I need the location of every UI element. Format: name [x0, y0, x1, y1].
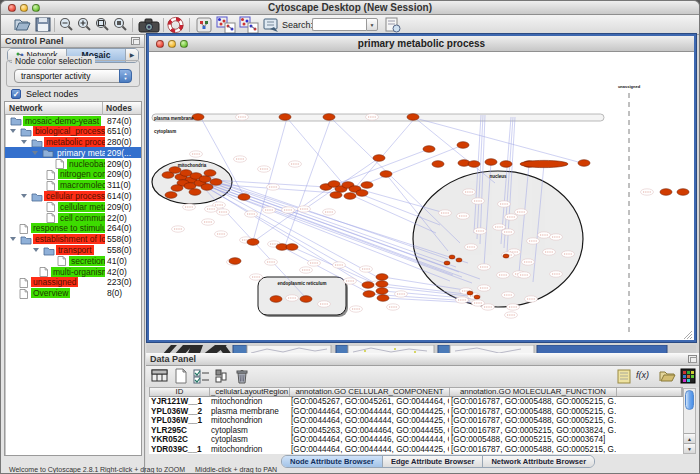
attribute-table-header[interactable]: ID_cellularLayoutRegionannotation.GO CEL… [149, 387, 683, 397]
network-node[interactable] [500, 161, 512, 168]
column-header[interactable]: annotation.GO MOLECULAR_FUNCTION [450, 388, 617, 396]
select-attributes-icon[interactable] [193, 368, 211, 385]
table-cell[interactable]: [GO:0016787, GO:0005488, GO:0005215, G..… [449, 445, 616, 455]
tree-row-label[interactable]: cell communicat [58, 213, 105, 223]
network-edge[interactable] [415, 118, 582, 163]
tree-row-label[interactable]: macromolecule [58, 180, 105, 190]
zoom-in-icon[interactable] [76, 16, 92, 34]
network-node[interactable] [377, 295, 389, 302]
network-node[interactable] [201, 184, 213, 191]
manage-network-icon[interactable] [195, 16, 213, 34]
select-nodes-checkbox[interactable]: ✓ [11, 89, 21, 99]
network-node[interactable] [300, 296, 312, 303]
network-node[interactable] [380, 171, 392, 178]
tree-row[interactable]: biological_process651(0) [5, 126, 141, 137]
save-session-icon[interactable] [34, 16, 52, 34]
node-color-dropdown[interactable]: transporter activity ▲▼ [14, 69, 132, 83]
annotate-icon[interactable] [384, 16, 401, 34]
network-edge[interactable] [253, 118, 287, 241]
network-node[interactable] [323, 114, 335, 121]
tree-row[interactable]: secretion41(0) [5, 255, 141, 266]
network-edge[interactable] [331, 118, 460, 243]
data-panel-float-icon[interactable] [688, 355, 697, 363]
resize-grip[interactable] [690, 337, 692, 339]
table-scrollbar[interactable]: ▲ ▼ [683, 388, 696, 454]
table-cell[interactable]: [GO:0005488, GO:0005215, GO:0003674] [449, 435, 616, 445]
copy-network-style-icon[interactable] [239, 16, 260, 34]
network-view-titlebar[interactable]: primary metabolic process [149, 36, 694, 52]
network-node[interactable] [192, 114, 204, 121]
table-cell[interactable]: [GO:0045267, GO:0045261, GO:0044464, G..… [289, 397, 449, 407]
table-cell[interactable]: YPL036W__1 [149, 416, 209, 426]
tree-row-label[interactable]: cellular process [44, 191, 105, 201]
tree-row-label[interactable]: establishment of lo [33, 234, 105, 244]
window-titlebar[interactable]: Cytoscape Desktop (New Session) [1, 1, 699, 15]
network-edge[interactable] [207, 187, 368, 287]
tree-row-label[interactable]: cellular metabol [58, 202, 105, 212]
table-cell[interactable]: YJR121W__1 [149, 397, 209, 407]
network-node-small[interactable] [444, 261, 450, 265]
tree-row[interactable]: mosaic-demo-yeast874(0) [5, 115, 141, 126]
network-node[interactable] [376, 281, 388, 288]
table-cell[interactable]: YLR295C [149, 426, 209, 436]
export-view-icon[interactable] [262, 16, 280, 34]
expander-icon[interactable] [32, 151, 38, 155]
network-node[interactable] [578, 160, 590, 167]
table-cell[interactable]: plasma membrane [209, 407, 289, 417]
network-node[interactable] [362, 282, 374, 289]
network-node-small[interactable] [456, 258, 462, 262]
network-node[interactable] [660, 189, 672, 196]
network-node[interactable] [376, 274, 388, 281]
table-cell[interactable]: mitochondrion [209, 416, 289, 426]
tree-row-label[interactable]: Overview [31, 288, 70, 298]
scroll-down-icon[interactable]: ▼ [684, 443, 695, 453]
network-edge[interactable] [287, 118, 345, 186]
network-node[interactable] [457, 142, 469, 149]
network-node[interactable] [279, 114, 291, 121]
tree-row[interactable]: nucleobase-209(0) [5, 158, 141, 169]
network-node[interactable] [356, 190, 368, 197]
table-cell[interactable]: cytoplasm [209, 426, 289, 436]
tree-row[interactable]: nitrogen compo209(0) [5, 169, 141, 180]
tree-row-label[interactable]: nitrogen compo [58, 169, 105, 179]
network-node[interactable] [432, 161, 444, 168]
tree-row-label[interactable]: metabolic process [44, 137, 105, 147]
network-node[interactable] [468, 161, 480, 168]
network-node[interactable] [373, 155, 385, 162]
tree-row-label[interactable]: biological_process [33, 126, 105, 136]
table-cell[interactable]: mitochondrion [209, 445, 289, 455]
float-panel-icon[interactable] [131, 37, 140, 45]
tree-row[interactable]: primary metabo209(... [5, 147, 141, 158]
network-node[interactable] [423, 146, 435, 153]
table-row[interactable]: YDR039C__1mitochondrion[GO:0044464, GO:0… [149, 445, 683, 455]
attribute-function-icon[interactable]: f(x) [636, 368, 649, 385]
dropdown-stepper-icon[interactable]: ▲▼ [119, 69, 132, 83]
help-icon[interactable] [167, 16, 184, 34]
network-node[interactable] [363, 291, 375, 298]
zoom-selected-icon[interactable] [112, 16, 128, 34]
network-node[interactable] [286, 244, 298, 251]
network-node[interactable] [171, 185, 183, 192]
tree-row-label[interactable]: response to stimulu [31, 223, 105, 233]
network-tree-header[interactable]: Network Nodes [5, 102, 141, 115]
table-cell[interactable]: [GO:0044464, GO:0044444, GO:0044425, G..… [289, 445, 449, 455]
tree-row[interactable]: cell communicat22(0) [5, 212, 141, 223]
column-header[interactable]: ID [150, 388, 210, 396]
snapshot-icon[interactable] [138, 16, 161, 34]
table-cell[interactable]: [GO:0016787, GO:0005215, GO:0003824, G..… [449, 426, 616, 436]
tree-row-label[interactable]: nucleobase- [67, 159, 105, 169]
network-node[interactable] [165, 192, 177, 199]
expander-icon[interactable] [10, 129, 16, 133]
table-cell[interactable]: [GO:0045263, GO:0044464, GO:0044455, G..… [289, 426, 449, 436]
zoom-fit-icon[interactable] [94, 16, 110, 34]
tree-row[interactable]: response to stimulu264(0) [5, 223, 141, 234]
network-node[interactable] [204, 170, 216, 177]
copy-network-view-icon[interactable] [216, 16, 237, 34]
table-row[interactable]: YLR295Ccytoplasm[GO:0045263, GO:0044464,… [149, 426, 683, 436]
tree-row[interactable]: metabolic process280(0) [5, 137, 141, 148]
minimized-view-windows[interactable] [147, 342, 696, 353]
network-node-small[interactable] [449, 255, 455, 259]
expander-icon[interactable] [21, 194, 27, 198]
tree-row[interactable]: establishment of lo558(0) [5, 234, 141, 245]
table-cell[interactable]: [GO:0016787, GO:0005488, GO:0005215, G..… [449, 416, 616, 426]
